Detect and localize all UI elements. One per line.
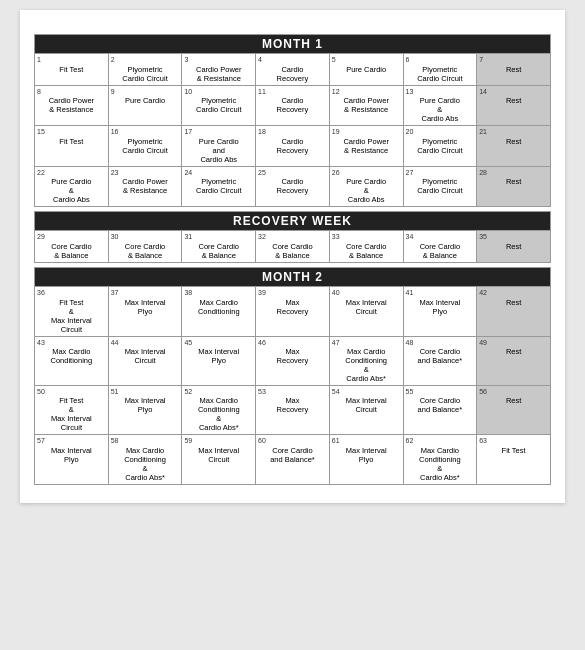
day-number: 28 xyxy=(479,169,548,177)
calendar-cell: 18Cardio Recovery xyxy=(256,126,330,166)
day-number: 45 xyxy=(184,339,253,347)
calendar-cell: 51Max Interval Plyo xyxy=(108,385,182,434)
calendar-cell: 7Rest xyxy=(477,54,551,85)
calendar-cell: 26Pure Cardio & Cardio Abs xyxy=(329,166,403,206)
workout-label: Max Interval Circuit xyxy=(332,298,401,316)
calendar-cell: 21Rest xyxy=(477,126,551,166)
workout-label: Core Cardio and Balance* xyxy=(258,446,327,464)
workout-label: Cardio Recovery xyxy=(258,137,327,155)
calendar-cell: 5Pure Cardio xyxy=(329,54,403,85)
workout-label: Pure Cardio & Cardio Abs xyxy=(332,177,401,204)
calendar-cell: 49Rest xyxy=(477,336,551,385)
table-row: 1Fit Test2Plyometric Cardio Circuit3Card… xyxy=(35,54,551,85)
day-number: 58 xyxy=(111,437,180,445)
workout-label: Cardio Power & Resistance xyxy=(111,177,180,195)
day-number: 35 xyxy=(479,233,548,241)
day-number: 56 xyxy=(479,388,548,396)
workout-label: Pure Cardio & Cardio Abs xyxy=(406,96,475,123)
calendar-cell: 30Core Cardio & Balance xyxy=(108,231,182,262)
workout-label: Core Cardio & Balance xyxy=(184,242,253,260)
workout-label: Plyometric Cardio Circuit xyxy=(184,96,253,114)
section-header: RECOVERY WEEK xyxy=(35,211,551,230)
day-number: 2 xyxy=(111,56,180,64)
workout-label: Fit Test xyxy=(479,446,548,455)
day-number: 12 xyxy=(332,88,401,96)
calendar-cell: 48Core Cardio and Balance* xyxy=(403,336,477,385)
workout-label: Plyometric Cardio Circuit xyxy=(111,137,180,155)
workout-label: Rest xyxy=(479,298,548,307)
table-row: 8Cardio Power & Resistance9Pure Cardio10… xyxy=(35,85,551,125)
calendar-cell: 4Cardio Recovery xyxy=(256,54,330,85)
calendar-cell: 59Max Interval Circuit xyxy=(182,435,256,484)
day-number: 31 xyxy=(184,233,253,241)
calendar-cell: 6Plyometric Cardio Circuit xyxy=(403,54,477,85)
day-number: 17 xyxy=(184,128,253,136)
calendar-cell: 42Rest xyxy=(477,287,551,336)
workout-label: Core Cardio & Balance xyxy=(258,242,327,260)
workout-label: Plyometric Cardio Circuit xyxy=(406,177,475,195)
day-number: 36 xyxy=(37,289,106,297)
table-row: 29Core Cardio & Balance30Core Cardio & B… xyxy=(35,231,551,262)
calendar-cell: 46Max Recovery xyxy=(256,336,330,385)
calendar-cell: 31Core Cardio & Balance xyxy=(182,231,256,262)
day-number: 60 xyxy=(258,437,327,445)
workout-label: Rest xyxy=(479,96,548,105)
workout-label: Core Cardio & Balance xyxy=(111,242,180,260)
workout-label: Max Cardio Conditioning xyxy=(184,298,253,316)
table-row: 50Fit Test & Max Interval Circuit51Max I… xyxy=(35,385,551,434)
calendar-cell: 25Cardio Recovery xyxy=(256,166,330,206)
day-number: 5 xyxy=(332,56,401,64)
workout-label: Cardio Recovery xyxy=(258,65,327,83)
workout-label: Cardio Power & Resistance xyxy=(184,65,253,83)
day-number: 46 xyxy=(258,339,327,347)
calendar-cell: 54Max Interval Circuit xyxy=(329,385,403,434)
day-number: 7 xyxy=(479,56,548,64)
workout-label: Max Cardio Conditioning & Cardio Abs* xyxy=(406,446,475,482)
day-number: 59 xyxy=(184,437,253,445)
day-number: 62 xyxy=(406,437,475,445)
calendar-cell: 9Pure Cardio xyxy=(108,85,182,125)
calendar-cell: 53Max Recovery xyxy=(256,385,330,434)
day-number: 25 xyxy=(258,169,327,177)
day-number: 27 xyxy=(406,169,475,177)
calendar-cell: 56Rest xyxy=(477,385,551,434)
workout-label: Cardio Power & Resistance xyxy=(37,96,106,114)
day-number: 33 xyxy=(332,233,401,241)
workout-label: Rest xyxy=(479,65,548,74)
calendar-cell: 61Max Interval Plyo xyxy=(329,435,403,484)
workout-label: Max Interval Plyo xyxy=(406,298,475,316)
calendar-cell: 55Core Cardio and Balance* xyxy=(403,385,477,434)
day-number: 37 xyxy=(111,289,180,297)
day-number: 19 xyxy=(332,128,401,136)
workout-label: Pure Cardio xyxy=(332,65,401,74)
workout-label: Max Interval Plyo xyxy=(37,446,106,464)
day-number: 8 xyxy=(37,88,106,96)
workout-label: Fit Test xyxy=(37,65,106,74)
day-number: 39 xyxy=(258,289,327,297)
calendar-cell: 50Fit Test & Max Interval Circuit xyxy=(35,385,109,434)
day-number: 29 xyxy=(37,233,106,241)
day-number: 44 xyxy=(111,339,180,347)
workout-label: Max Interval Circuit xyxy=(332,396,401,414)
calendar-cell: 2Plyometric Cardio Circuit xyxy=(108,54,182,85)
day-number: 11 xyxy=(258,88,327,96)
calendar-cell: 44Max Interval Circuit xyxy=(108,336,182,385)
workout-label: Max Interval Circuit xyxy=(111,347,180,365)
workout-label: Cardio Power & Resistance xyxy=(332,96,401,114)
workout-label: Core Cardio & Balance xyxy=(37,242,106,260)
calendar-cell: 38Max Cardio Conditioning xyxy=(182,287,256,336)
calendar-cell: 29Core Cardio & Balance xyxy=(35,231,109,262)
workout-label: Max Recovery xyxy=(258,396,327,414)
workout-label: Max Recovery xyxy=(258,347,327,365)
workout-label: Plyometric Cardio Circuit xyxy=(111,65,180,83)
workout-label: Max Recovery xyxy=(258,298,327,316)
calendar-cell: 40Max Interval Circuit xyxy=(329,287,403,336)
day-number: 1 xyxy=(37,56,106,64)
workout-label: Max Interval Plyo xyxy=(184,347,253,365)
day-number: 51 xyxy=(111,388,180,396)
workout-label: Max Interval Plyo xyxy=(111,396,180,414)
calendar-cell: 52Max Cardio Conditioning & Cardio Abs* xyxy=(182,385,256,434)
calendar-cell: 19Cardio Power & Resistance xyxy=(329,126,403,166)
day-number: 10 xyxy=(184,88,253,96)
day-number: 48 xyxy=(406,339,475,347)
